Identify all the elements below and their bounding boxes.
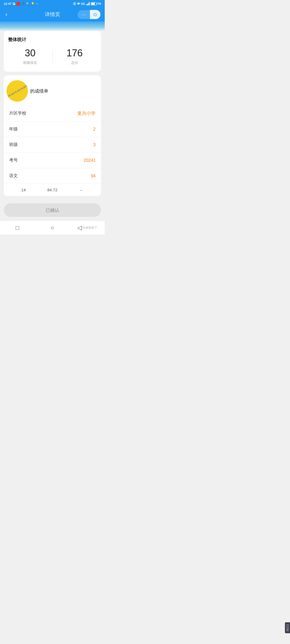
report-header: 超多钱·超多钱·超多钱·超多钱·超多钱·超多钱·超多钱·超多钱·超多钱·超多钱·… bbox=[4, 75, 101, 105]
eye-icon: 👁 bbox=[77, 2, 80, 5]
signal-bar-2 bbox=[87, 4, 88, 5]
nav-square-button[interactable]: □ bbox=[0, 221, 35, 235]
square-icon: □ bbox=[16, 224, 19, 231]
exam-id-row: 考号 20241 bbox=[4, 153, 101, 168]
watermark-circle: 超多钱·超多钱·超多钱·超多钱·超多钱·超多钱·超多钱·超多钱·超多钱·超多钱·… bbox=[6, 80, 28, 102]
stats-card-title: 整体统计 bbox=[8, 36, 97, 43]
confirm-button[interactable]: 已确认 bbox=[4, 203, 101, 217]
total-score-label: 总分 bbox=[71, 60, 78, 65]
search-icon: 🔍 bbox=[26, 2, 30, 6]
chinese-label: 语文 bbox=[9, 173, 18, 179]
more-dots-icon: ··· bbox=[36, 2, 38, 5]
grade-value: 2 bbox=[93, 127, 96, 132]
circle-icon: ○ bbox=[50, 224, 54, 231]
signal-bars bbox=[86, 2, 90, 5]
grade-row: 年级 2 bbox=[4, 122, 101, 137]
more-options-button[interactable]: ··· bbox=[78, 10, 90, 19]
report-section: 超多钱·超多钱·超多钱·超多钱·超多钱·超多钱·超多钱·超多钱·超多钱·超多钱·… bbox=[4, 75, 101, 196]
signal-bar-3 bbox=[88, 3, 89, 5]
nav-home-button[interactable]: ○ bbox=[35, 221, 70, 235]
wave-band bbox=[0, 21, 105, 31]
status-bar-right: ⓪ 👁 5G 79 bbox=[73, 2, 101, 6]
nav-actions: ··· ⊙ bbox=[78, 10, 100, 19]
weather-icon: 🌤 bbox=[12, 2, 15, 5]
signal-bar-4 bbox=[89, 2, 90, 5]
school-value: 复兴小学 bbox=[77, 110, 96, 116]
page-title: 详情页 bbox=[45, 11, 60, 18]
target-icon: ⊙ bbox=[93, 12, 97, 17]
class-row: 班级 3 bbox=[4, 137, 101, 153]
sub-val-1: 14 bbox=[9, 188, 38, 192]
main-content: 整体统计 30 班级排名 176 总分 超多钱·超多钱·超多钱·超多钱·超多钱·… bbox=[0, 31, 105, 203]
class-label: 班级 bbox=[9, 142, 18, 148]
network-label: 5G bbox=[81, 2, 85, 5]
bottom-nav: □ ○ ◁ 头条回来了 bbox=[0, 221, 105, 235]
total-score-value: 176 bbox=[67, 47, 83, 59]
battery-icon bbox=[91, 2, 97, 5]
nav-bar: ‹ 详情页 ··· ⊙ bbox=[0, 8, 105, 21]
circle-icon: ⓪ bbox=[73, 2, 76, 6]
sub-val-3: – bbox=[67, 188, 96, 192]
stats-card: 整体统计 30 班级排名 176 总分 bbox=[4, 31, 101, 72]
target-button[interactable]: ⊙ bbox=[90, 10, 100, 19]
more-dots-label: ··· bbox=[81, 12, 86, 17]
back-button[interactable]: ‹ bbox=[4, 10, 8, 19]
app-icon-1 bbox=[16, 2, 20, 6]
chinese-row: 语文 94 bbox=[4, 168, 101, 184]
signal-bar-1 bbox=[86, 4, 87, 5]
watermark-text: 超多钱·超多钱·超多钱·超多钱·超多钱·超多钱·超多钱·超多钱·超多钱·超多钱·… bbox=[6, 80, 28, 102]
time-display: 12:47 bbox=[4, 2, 11, 5]
chinese-value: 94 bbox=[91, 174, 96, 178]
stats-row: 30 班级排名 176 总分 bbox=[8, 47, 97, 65]
exam-id-value: 20241 bbox=[84, 158, 96, 163]
rank-stat: 30 班级排名 bbox=[8, 47, 52, 65]
bulb-icon: 💡 bbox=[31, 2, 35, 6]
school-row: 片区学校 复兴小学 bbox=[4, 105, 101, 122]
class-value: 3 bbox=[93, 142, 96, 147]
rank-label: 班级排名 bbox=[23, 60, 37, 65]
total-score-stat: 176 总分 bbox=[53, 47, 97, 65]
status-bar-left: 12:47 🌤 🎵 🔍 💡 ··· bbox=[4, 2, 38, 6]
sub-row: 14 84.72 – bbox=[4, 184, 101, 196]
sub-val-2: 84.72 bbox=[38, 188, 67, 192]
grade-label: 年级 bbox=[9, 126, 18, 132]
battery-fill bbox=[91, 3, 95, 5]
report-header-suffix: 的成绩单 bbox=[30, 88, 48, 94]
school-label: 片区学校 bbox=[9, 111, 26, 116]
back-triangle-icon: ◁ bbox=[77, 224, 82, 231]
rank-value: 30 bbox=[25, 47, 35, 59]
music-icon: 🎵 bbox=[21, 2, 25, 6]
exam-id-label: 考号 bbox=[9, 158, 18, 163]
status-bar: 12:47 🌤 🎵 🔍 💡 ··· ⓪ 👁 5G 79 bbox=[0, 0, 105, 8]
battery-level: 79 bbox=[98, 2, 101, 5]
nav-back-button[interactable]: ◁ 头条回来了 bbox=[70, 221, 105, 235]
back-icon-label: 头条回来了 bbox=[82, 226, 97, 230]
